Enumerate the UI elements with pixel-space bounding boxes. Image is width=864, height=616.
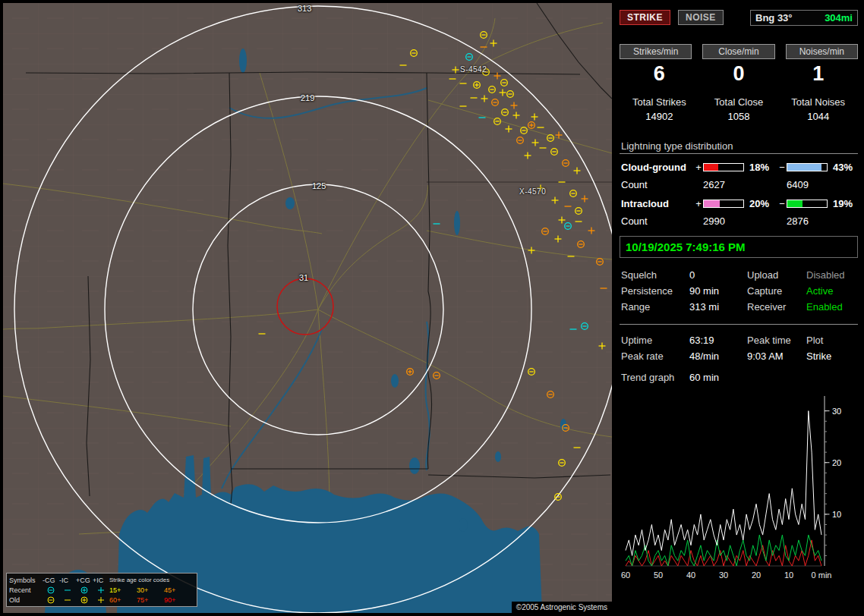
svg-text:30: 30 <box>719 570 728 580</box>
svg-text:10: 10 <box>832 510 841 519</box>
cg-pos-icon <box>76 596 93 605</box>
plus-sign: + <box>694 162 703 173</box>
intracloud-label: Intracloud <box>621 198 694 209</box>
strikes-per-min-value: 6 <box>620 62 699 86</box>
range-label: Range <box>621 301 689 313</box>
cloud-ground-count-row: Count 2627 6409 <box>620 179 858 190</box>
strike-indicator[interactable]: STRIKE <box>620 10 670 25</box>
noises-per-min-button[interactable]: Noises/min <box>786 44 858 59</box>
status-row: Peak rate 48/min 9:03 AM Strike <box>620 348 858 364</box>
peak-rate-value: 48/min <box>689 350 747 362</box>
cg-neg-count: 6409 <box>787 179 858 190</box>
rate-buttons: Strikes/min Close/min Noises/min <box>620 44 858 59</box>
close-per-min-button[interactable]: Close/min <box>702 44 774 59</box>
ic-neg-icon <box>59 596 76 605</box>
legend-header-cg-pos: +CG <box>76 577 93 584</box>
station-label-s4542: S-4542 <box>460 65 487 74</box>
peak-rate-label: Peak rate <box>621 350 689 362</box>
capture-label: Capture <box>747 285 806 297</box>
ring-label-125: 125 <box>312 181 326 190</box>
ic-neg-bar <box>787 200 828 208</box>
cg-neg-percent: 43% <box>829 162 858 173</box>
upload-status: Disabled <box>806 269 858 281</box>
upload-label: Upload <box>747 269 806 281</box>
indicator-bar: STRIKE NOISE Bng 33° 304mi <box>620 9 858 26</box>
range-value: 313 mi <box>689 301 747 313</box>
svg-text:60: 60 <box>621 570 630 580</box>
status-row: Uptime 63:19 Peak time Plot <box>620 332 858 348</box>
total-strikes-label: Total Strikes <box>620 96 699 108</box>
squelch-value: 0 <box>689 269 747 281</box>
plot-label: Plot <box>806 335 858 346</box>
legend-row-recent-label: Recent <box>9 586 43 594</box>
persistence-value: 90 min <box>689 285 747 297</box>
ic-pos-icon <box>93 586 109 595</box>
ic-neg-percent: 19% <box>829 198 858 209</box>
section-divider <box>620 153 858 154</box>
legend-title: Symbols <box>9 577 43 584</box>
persistence-label: Persistence <box>621 285 689 297</box>
svg-text:20: 20 <box>752 570 761 580</box>
cg-neg-icon <box>43 596 59 605</box>
age-90: 90+ <box>164 596 187 604</box>
ic-pos-count: 2990 <box>703 215 777 227</box>
noises-per-min-value: 1 <box>778 62 858 86</box>
map-panel[interactable]: 313 219 125 31 S-4542 X-4570 Symbols -CG… <box>3 3 612 613</box>
totals-block: Total Strikes Total Close Total Noises 1… <box>620 96 858 122</box>
receiver-status: Enabled <box>806 301 858 313</box>
cg-pos-bar <box>703 163 744 171</box>
peak-time-value: 9:03 AM <box>747 350 806 362</box>
peak-time-label: Peak time <box>747 335 806 346</box>
total-strikes-value: 14902 <box>620 111 699 122</box>
count-label: Count <box>621 215 694 227</box>
rate-values: 6 0 1 <box>620 62 858 86</box>
map-legend: Symbols -CG -IC +CG +IC Strike age color… <box>6 573 197 607</box>
uptime-label: Uptime <box>621 335 689 346</box>
capture-status: Active <box>806 285 858 297</box>
settings-block: Squelch 0 Upload Disabled Persistence 90… <box>620 267 858 315</box>
plus-sign: + <box>694 198 703 209</box>
trend-graph-label: Trend graph <box>621 372 689 387</box>
settings-row: Persistence 90 min Capture Active <box>620 283 858 299</box>
svg-text:50: 50 <box>654 570 663 580</box>
settings-row: Squelch 0 Upload Disabled <box>620 267 858 283</box>
close-per-min-value: 0 <box>699 62 779 86</box>
strikes-per-min-button[interactable]: Strikes/min <box>620 44 692 59</box>
app-window: 313 219 125 31 S-4542 X-4570 Symbols -CG… <box>0 0 864 616</box>
legend-header-ic-neg: -IC <box>59 577 76 584</box>
age-30: 30+ <box>137 586 164 594</box>
noise-indicator[interactable]: NOISE <box>678 10 724 25</box>
trend-graph: 1020306050403020100 min <box>620 390 864 584</box>
age-45: 45+ <box>164 586 187 594</box>
ic-pos-percent: 20% <box>746 198 777 209</box>
bearing-value: Bng 33° <box>755 12 793 24</box>
cloud-ground-row: Cloud-ground + 18% − 43% <box>620 162 858 173</box>
section-divider <box>620 324 858 325</box>
intracloud-row: Intracloud + 20% − 19% <box>620 198 858 209</box>
datetime-display: 10/19/2025 7:49:16 PM <box>620 236 858 258</box>
total-noises-value: 1044 <box>778 111 858 122</box>
trend-window-value: 60 min <box>689 372 858 387</box>
distance-value: 304mi <box>825 12 853 24</box>
ring-label-219: 219 <box>301 93 314 102</box>
svg-text:30: 30 <box>832 407 841 416</box>
minus-sign: − <box>777 198 787 209</box>
receiver-label: Receiver <box>747 301 806 313</box>
ring-label-313: 313 <box>298 4 311 13</box>
ic-pos-icon <box>93 596 109 605</box>
cg-neg-bar <box>787 163 828 171</box>
age-60: 60+ <box>109 596 137 604</box>
total-close-value: 1058 <box>699 111 779 122</box>
ic-pos-bar <box>703 200 744 208</box>
cg-pos-percent: 18% <box>746 162 777 173</box>
total-close-label: Total Close <box>699 96 779 108</box>
svg-text:0 min: 0 min <box>812 570 832 580</box>
count-label: Count <box>621 179 694 190</box>
cg-neg-icon <box>43 586 59 595</box>
station-label-x4570: X-4570 <box>519 187 546 196</box>
settings-row: Range 313 mi Receiver Enabled <box>620 299 858 315</box>
cg-pos-icon <box>76 586 93 595</box>
legend-row-old-label: Old <box>9 596 43 604</box>
trend-header: Trend graph 60 min <box>620 372 858 387</box>
legend-header-cg-neg: -CG <box>43 577 59 584</box>
